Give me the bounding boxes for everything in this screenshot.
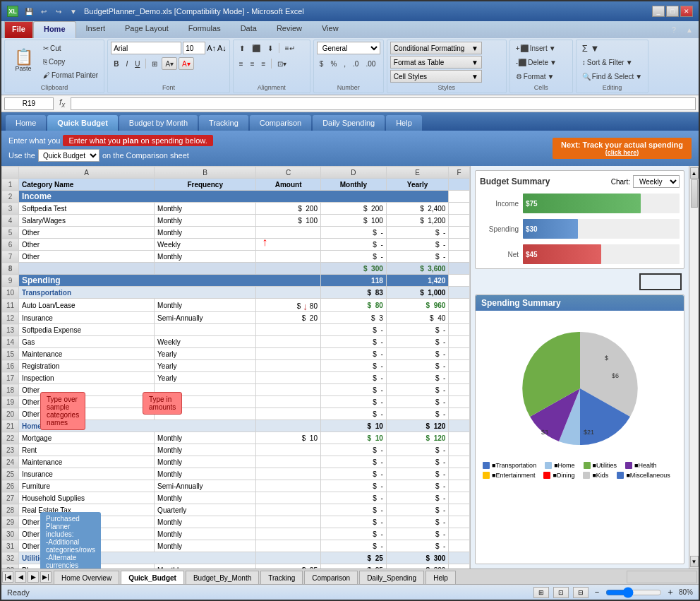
cell-yearly[interactable]: $ -	[386, 324, 449, 336]
font-size-increase-btn[interactable]: A↑	[207, 44, 216, 52]
ribbon-tab-view[interactable]: View	[312, 21, 349, 38]
nav-tab-budget-by-month[interactable]: Budget by Month	[119, 115, 198, 131]
sheet-next-btn[interactable]: ▶	[28, 571, 39, 583]
conditional-formatting-btn[interactable]: Conditional Formatting ▼	[390, 42, 482, 54]
cell-amt[interactable]: $ 200	[256, 203, 321, 215]
cell-monthly[interactable]: $ 3	[320, 312, 386, 324]
utilities-total-yearly[interactable]: $ 300	[386, 552, 449, 564]
monthly-header[interactable]: Monthly	[320, 179, 386, 191]
nav-tab-quick-budget[interactable]: Quick Budget	[47, 115, 118, 131]
cell-yearly[interactable]: $ -	[386, 227, 449, 239]
cell-yearly[interactable]: $ 40	[386, 312, 449, 324]
align-bottom-btn[interactable]: ⬇	[265, 42, 276, 54]
increase-decimal-btn[interactable]: .00	[363, 57, 378, 70]
nav-tab-tracking[interactable]: Tracking	[199, 115, 248, 131]
cell-freq[interactable]: Weekly	[155, 239, 256, 251]
restore-btn[interactable]: □	[666, 6, 679, 17]
cell-freq[interactable]: Monthly	[155, 203, 256, 215]
cell-yearly[interactable]: $ -	[386, 251, 449, 263]
formula-input[interactable]	[71, 97, 696, 110]
fill-color-button[interactable]: A▾	[162, 57, 177, 70]
align-left-btn[interactable]: ≡	[236, 57, 246, 70]
cell-yearly[interactable]: $ -	[386, 372, 449, 384]
delete-btn[interactable]: -⬛ Delete ▼	[513, 56, 560, 69]
ribbon-tab-file[interactable]: File	[4, 21, 33, 38]
nav-tab-help[interactable]: Help	[386, 115, 422, 131]
scroll-up-btn[interactable]: ▲	[690, 167, 699, 179]
cell-freq[interactable]: Quarterly	[155, 504, 256, 516]
income-total-yearly[interactable]: $ 3,600	[386, 263, 449, 275]
cell-amt[interactable]: $ ↓ 80	[256, 299, 321, 312]
copy-button[interactable]: ⎘ Copy	[40, 55, 101, 68]
cell-name[interactable]: Registration	[19, 360, 155, 372]
cell-name[interactable]: Auto Loan/Lease	[19, 299, 155, 312]
customize-qa-btn[interactable]: ▼	[67, 6, 80, 17]
yearly-header[interactable]: Yearly	[386, 179, 449, 191]
cell-monthly[interactable]: $ -	[320, 360, 386, 372]
cell-amt[interactable]: $ 20	[256, 312, 321, 324]
merge-center-btn[interactable]: ⊡▾	[274, 57, 289, 70]
format-painter-button[interactable]: 🖌 Format Painter	[40, 69, 101, 81]
cell-name[interactable]: Other	[19, 408, 155, 420]
sheet-tab-budget-by-month[interactable]: Budget_By_Month	[186, 571, 259, 585]
font-size-decrease-btn[interactable]: A↓	[217, 44, 227, 52]
home-total-monthly[interactable]: $ 10	[320, 420, 386, 432]
utilities-total-monthly[interactable]: $ 25	[320, 552, 386, 564]
sheet-scroll-bar[interactable]	[627, 571, 697, 583]
cell-freq[interactable]: Monthly	[155, 540, 256, 552]
cell-name[interactable]: Other	[19, 396, 155, 408]
cell-freq[interactable]: Yearly	[155, 360, 256, 372]
cell-name[interactable]: Maintenance	[19, 456, 155, 468]
sheet-tab-help[interactable]: Help	[426, 571, 456, 585]
format-btn[interactable]: ⚙ Format ▼	[513, 70, 557, 83]
chart-type-select[interactable]: Weekly Monthly Yearly	[633, 175, 680, 188]
sort-filter-btn[interactable]: ↕ Sort & Filter▼	[579, 56, 636, 69]
cell-yearly[interactable]: $ 2,400	[386, 203, 449, 215]
sum-btn[interactable]: Σ ▼	[579, 42, 603, 54]
cell-freq[interactable]: Yearly	[155, 372, 256, 384]
nav-tab-daily-spending[interactable]: Daily Spending	[313, 115, 385, 131]
font-size-input[interactable]	[183, 42, 205, 54]
comma-btn[interactable]: ,	[341, 57, 349, 70]
cell-name[interactable]: Insurance	[19, 468, 155, 480]
cell-yearly[interactable]: $ 120	[386, 432, 449, 444]
cut-button[interactable]: ✂ Cut	[40, 42, 101, 54]
cell-yearly[interactable]: $ -	[386, 396, 449, 408]
cell-monthly[interactable]: $ 80	[320, 299, 386, 312]
cell-styles-btn[interactable]: Cell Styles ▼	[390, 70, 482, 83]
sheet-prev-btn[interactable]: ◀	[15, 571, 26, 583]
scroll-thumb[interactable]	[691, 179, 698, 208]
cell-monthly[interactable]: $ 10	[320, 432, 386, 444]
currency-btn[interactable]: $	[317, 57, 327, 70]
border-button[interactable]: ⊞	[149, 57, 160, 70]
ribbon-tab-insert[interactable]: Insert	[76, 21, 116, 38]
transportation-label[interactable]: Transportation	[19, 287, 256, 299]
spending-section-label[interactable]: Spending	[19, 275, 321, 287]
cell-freq[interactable]: Monthly	[155, 492, 256, 504]
cell-monthly[interactable]: $ -	[320, 324, 386, 336]
cell-monthly[interactable]: $ 100	[320, 215, 386, 227]
cell-freq[interactable]: Monthly	[155, 432, 256, 444]
cell-freq[interactable]: Semi-Annually	[155, 312, 256, 324]
sheet-tab-tracking[interactable]: Tracking	[260, 571, 303, 585]
cell-name[interactable]: Gas	[19, 336, 155, 348]
zoom-minus-btn[interactable]: －	[593, 586, 601, 598]
cell-monthly[interactable]: $ -	[320, 251, 386, 263]
cell-name[interactable]: Household Supplies	[19, 492, 155, 504]
ribbon-tab-home[interactable]: Home	[33, 21, 76, 38]
save-qa-btn[interactable]: 💾	[23, 6, 35, 17]
underline-button[interactable]: U	[132, 57, 143, 70]
sheet-first-btn[interactable]: |◀	[2, 571, 13, 583]
cell-monthly[interactable]: $ 200	[320, 203, 386, 215]
sheet-last-btn[interactable]: ▶|	[40, 571, 52, 583]
spending-total-monthly[interactable]: 118	[320, 275, 386, 287]
cell-monthly[interactable]: $ -	[320, 372, 386, 384]
normal-view-btn[interactable]: ⊞	[533, 587, 549, 598]
cell-freq[interactable]: Monthly	[155, 528, 256, 540]
find-select-btn[interactable]: 🔍 Find & Select▼	[579, 70, 645, 83]
cell-freq[interactable]: Monthly	[155, 456, 256, 468]
grid-scroll[interactable]: A B C D E F 1 Cat	[1, 166, 470, 569]
cell-name[interactable]: Furniture	[19, 480, 155, 492]
insert-btn[interactable]: +⬛ Insert ▼	[513, 42, 559, 54]
cell-yearly[interactable]: $ -	[386, 239, 449, 251]
